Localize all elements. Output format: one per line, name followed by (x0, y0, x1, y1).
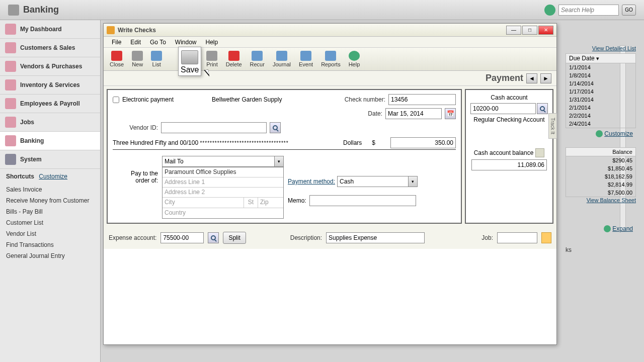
shortcut-vendor-list[interactable]: Vendor List (0, 228, 100, 239)
view-detailed-link[interactable]: View Detailed List (566, 45, 636, 51)
description-input[interactable] (326, 232, 425, 243)
chevron-down-icon (408, 176, 417, 187)
country-input[interactable]: Country (163, 208, 283, 218)
date-item[interactable]: 1/1/2014 (566, 63, 636, 71)
tool-journal[interactable]: Journal (269, 50, 295, 68)
nav-dashboard[interactable]: My Dashboard (0, 20, 100, 39)
shortcut-customer-list[interactable]: Customer List (0, 217, 100, 228)
address2-input[interactable]: Address Line 2 (163, 188, 283, 198)
job-lookup[interactable] (541, 232, 551, 243)
job-input[interactable] (497, 232, 537, 243)
memo-input[interactable] (309, 195, 416, 206)
shortcut-receive-money[interactable]: Receive Money from Customer (0, 195, 100, 206)
save-button[interactable]: Save (178, 47, 201, 76)
menu-edit[interactable]: Edit (126, 38, 145, 47)
shortcut-find-transactions[interactable]: Find Transactions (0, 239, 100, 250)
expense-lookup[interactable] (208, 232, 219, 243)
close-window-button[interactable]: ✕ (538, 26, 553, 35)
balance-header[interactable]: Balance (566, 147, 636, 156)
electronic-payment-checkbox[interactable] (113, 97, 119, 103)
due-date-list: Due Date ▾ 1/1/2014 1/8/2014 1/14/2014 1… (566, 53, 636, 128)
nav-customers[interactable]: Customers & Sales (0, 39, 100, 57)
tool-event[interactable]: Event (295, 50, 317, 68)
tool-print[interactable]: Print (202, 50, 222, 68)
menu-file[interactable]: File (108, 38, 125, 47)
payee-input[interactable]: Paramount Office Supplies (163, 167, 283, 177)
next-payment-button[interactable]: ► (540, 73, 551, 83)
tool-close[interactable]: Close (106, 50, 128, 68)
dialog-title-bar[interactable]: Write Checks — □ ✕ (104, 24, 556, 37)
prev-payment-button[interactable]: ◄ (526, 73, 537, 83)
shortcut-journal-entry[interactable]: General Journal Entry (0, 250, 100, 261)
tool-reports[interactable]: Reports (317, 50, 345, 68)
nav-banking[interactable]: Banking (0, 132, 100, 150)
city-input[interactable]: City (163, 198, 244, 208)
nav-employees[interactable]: Employees & Payroll (0, 95, 100, 113)
state-input[interactable]: St (244, 198, 258, 208)
expand-link[interactable]: Expand (566, 223, 636, 234)
date-item[interactable]: 2/2/2014 (566, 112, 636, 120)
view-balance-sheet-link[interactable]: View Balance Sheet (566, 197, 636, 203)
search-help-input[interactable] (558, 5, 619, 16)
date-item[interactable]: 1/14/2014 (566, 79, 636, 87)
search-icon (211, 235, 216, 240)
gear-icon (596, 130, 603, 137)
inventory-icon (5, 79, 16, 90)
check-left: Electronic payment Bellwether Garden Sup… (107, 89, 462, 224)
ks-fragment: ks (566, 246, 636, 253)
tool-delete[interactable]: Delete (222, 50, 246, 68)
menu-window[interactable]: Window (171, 38, 201, 47)
expand-icon (604, 225, 611, 232)
date-input[interactable] (385, 108, 442, 119)
close-icon (111, 51, 122, 61)
cash-account-input[interactable] (470, 103, 536, 114)
menu-goto[interactable]: Go To (146, 38, 170, 47)
mailto-select[interactable]: Mail To (162, 156, 284, 167)
date-item[interactable]: 1/17/2014 (566, 87, 636, 96)
address1-input[interactable]: Address Line 1 (163, 177, 283, 188)
vendor-lookup-button[interactable] (270, 122, 281, 133)
company-name: Bellwether Garden Supply (212, 96, 282, 103)
due-date-header[interactable]: Due Date ▾ (566, 53, 636, 63)
description-label: Description: (290, 234, 322, 241)
minimize-button[interactable]: — (506, 26, 521, 35)
right-panel: View Detailed List Due Date ▾ 1/1/2014 1… (566, 45, 636, 253)
dialog-icon (107, 26, 115, 34)
expense-input[interactable] (160, 232, 204, 243)
tool-list[interactable]: List (147, 50, 166, 68)
nav-inventory[interactable]: Inventory & Services (0, 76, 100, 95)
amount-input[interactable] (390, 137, 456, 148)
zip-input[interactable]: Zip (258, 198, 283, 208)
balance-icon[interactable] (535, 148, 544, 157)
cab-input (471, 159, 547, 170)
date-item[interactable]: 1/31/2014 (566, 96, 636, 104)
nav-vendors[interactable]: Vendors & Purchases (0, 57, 100, 76)
date-label: Date: (368, 110, 382, 117)
vendor-id-input[interactable] (161, 122, 267, 133)
menu-help[interactable]: Help (202, 38, 222, 47)
payment-method-label[interactable]: Payment method: (288, 178, 335, 185)
split-button[interactable]: Split (223, 232, 246, 244)
tool-recur[interactable]: Recur (246, 50, 269, 68)
date-item[interactable]: 2/1/2014 (566, 104, 636, 112)
shortcut-bills[interactable]: Bills - Pay Bill (0, 206, 100, 217)
date-item[interactable]: 1/8/2014 (566, 71, 636, 79)
check-number-input[interactable] (388, 94, 456, 105)
employees-icon (5, 98, 16, 109)
tool-new[interactable]: New (128, 50, 147, 68)
date-item[interactable]: 2/4/2014 (566, 120, 636, 128)
customize-shortcuts-link[interactable]: Customize (39, 173, 67, 180)
dollar-sign: $ (372, 139, 375, 146)
tool-help[interactable]: Help (345, 50, 364, 68)
shortcut-sales-invoice[interactable]: Sales Invoice (0, 184, 100, 195)
customize-link[interactable]: Customize (566, 128, 636, 139)
calendar-button[interactable]: 📅 (445, 108, 456, 119)
nav-jobs[interactable]: Jobs (0, 113, 100, 132)
nav-system[interactable]: System (0, 150, 100, 169)
payto-fields: Paramount Office Supplies Address Line 1… (162, 167, 284, 219)
cash-account-lookup[interactable] (537, 103, 548, 114)
maximize-button[interactable]: □ (522, 26, 537, 35)
payment-method-select[interactable]: Cash (337, 176, 418, 187)
go-button[interactable]: GO (622, 5, 636, 16)
track-it-tab[interactable]: Track It (548, 113, 557, 139)
